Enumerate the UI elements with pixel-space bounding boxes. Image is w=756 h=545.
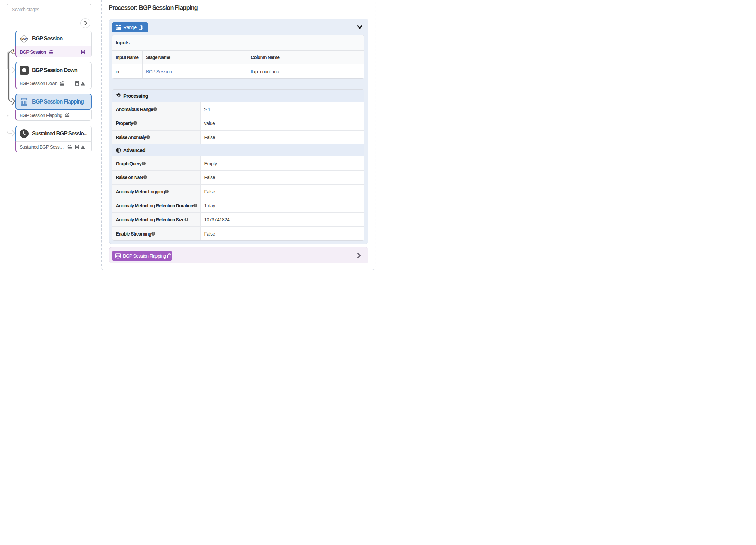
svg-text:BGP: BGP: [21, 37, 27, 40]
svg-text:2: 2: [12, 50, 14, 54]
